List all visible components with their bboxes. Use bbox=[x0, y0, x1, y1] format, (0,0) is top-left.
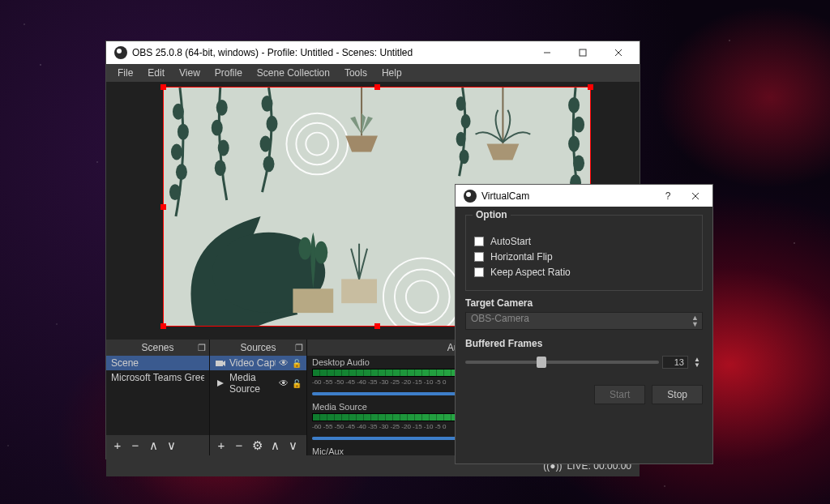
move-down-icon[interactable]: ∨ bbox=[286, 438, 299, 453]
svg-point-22 bbox=[262, 96, 273, 112]
popout-icon[interactable]: ❐ bbox=[295, 343, 303, 353]
svg-point-17 bbox=[169, 184, 181, 200]
remove-icon[interactable]: − bbox=[129, 438, 142, 452]
minimize-button[interactable] bbox=[529, 41, 565, 64]
source-item[interactable]: Media Source 👁 🔓 bbox=[210, 370, 306, 396]
close-button[interactable] bbox=[601, 41, 636, 64]
menu-edit[interactable]: Edit bbox=[141, 66, 171, 80]
obs-titlebar[interactable]: OBS 25.0.8 (64-bit, windows) - Profile: … bbox=[106, 41, 640, 64]
close-button[interactable] bbox=[682, 185, 709, 207]
sources-panel: Sources❐ Video Capture Dev 👁 🔓 Media Sou… bbox=[210, 340, 307, 455]
option-label: Option bbox=[473, 209, 511, 220]
svg-point-20 bbox=[218, 140, 229, 156]
lock-icon[interactable]: 🔓 bbox=[292, 359, 302, 368]
move-down-icon[interactable]: ∨ bbox=[165, 438, 178, 453]
svg-point-15 bbox=[171, 144, 182, 160]
scene-item[interactable]: Microsoft Teams Green Screen bbox=[106, 370, 209, 385]
scenes-panel: Scenes❐ Scene Microsoft Teams Green Scre… bbox=[106, 340, 210, 455]
svg-point-33 bbox=[573, 155, 584, 171]
svg-point-29 bbox=[460, 149, 469, 164]
source-item[interactable]: Video Capture Dev 👁 🔓 bbox=[210, 356, 306, 370]
svg-point-21 bbox=[215, 160, 226, 176]
maximize-button[interactable] bbox=[565, 41, 601, 64]
spinner-icon[interactable]: ▲▼ bbox=[691, 357, 703, 368]
scenes-title: Scenes bbox=[141, 342, 173, 353]
svg-point-13 bbox=[173, 104, 184, 120]
svg-point-30 bbox=[568, 97, 580, 113]
chevron-updown-icon: ▲▼ bbox=[691, 314, 699, 327]
buffered-frames-label: Buffered Frames bbox=[465, 338, 703, 349]
add-icon[interactable]: + bbox=[215, 438, 228, 452]
svg-point-28 bbox=[456, 132, 466, 147]
move-up-icon[interactable]: ∧ bbox=[268, 438, 281, 453]
vcam-title: VirtualCam bbox=[481, 190, 529, 202]
svg-point-14 bbox=[178, 124, 189, 140]
svg-point-16 bbox=[176, 164, 187, 180]
obs-icon bbox=[114, 46, 127, 59]
svg-point-39 bbox=[298, 237, 311, 260]
autostart-checkbox[interactable]: AutoStart bbox=[474, 236, 694, 247]
menu-tools[interactable]: Tools bbox=[338, 66, 374, 80]
svg-point-25 bbox=[263, 156, 275, 172]
svg-point-26 bbox=[456, 96, 466, 111]
obs-title: OBS 25.0.8 (64-bit, windows) - Profile: … bbox=[132, 47, 413, 58]
svg-point-19 bbox=[212, 120, 223, 136]
gear-icon[interactable]: ⚙ bbox=[250, 438, 263, 453]
menu-help[interactable]: Help bbox=[375, 66, 409, 80]
camera-icon bbox=[215, 358, 226, 368]
move-up-icon[interactable]: ∧ bbox=[147, 438, 160, 453]
svg-rect-42 bbox=[216, 361, 223, 366]
svg-rect-41 bbox=[341, 279, 377, 303]
svg-point-31 bbox=[573, 117, 584, 133]
play-icon bbox=[215, 378, 226, 388]
svg-point-24 bbox=[260, 136, 272, 152]
popout-icon[interactable]: ❐ bbox=[198, 343, 206, 353]
menu-file[interactable]: File bbox=[111, 66, 139, 80]
obs-menubar: File Edit View Profile Scene Collection … bbox=[106, 64, 640, 82]
svg-point-23 bbox=[267, 116, 278, 132]
menu-profile[interactable]: Profile bbox=[208, 66, 249, 80]
target-camera-select[interactable]: OBS-Camera ▲▼ bbox=[465, 312, 703, 330]
menu-view[interactable]: View bbox=[173, 66, 207, 80]
virtualcam-dialog: VirtualCam ? Option AutoStart Horizontal… bbox=[455, 184, 713, 464]
svg-point-32 bbox=[568, 136, 580, 152]
start-button[interactable]: Start bbox=[594, 385, 645, 404]
buffered-frames-value[interactable]: 13 bbox=[662, 356, 688, 369]
svg-point-40 bbox=[314, 241, 327, 264]
stop-button[interactable]: Stop bbox=[652, 385, 703, 404]
buffered-frames-slider[interactable] bbox=[465, 361, 659, 364]
lock-icon[interactable]: 🔓 bbox=[292, 379, 302, 388]
svg-point-18 bbox=[216, 100, 228, 116]
obs-icon bbox=[464, 190, 477, 203]
hflip-checkbox[interactable]: Horizontal Flip bbox=[474, 251, 694, 263]
menu-scene-collection[interactable]: Scene Collection bbox=[250, 66, 336, 80]
visibility-icon[interactable]: 👁 bbox=[279, 378, 289, 389]
vcam-titlebar[interactable]: VirtualCam ? bbox=[456, 185, 712, 207]
aspect-checkbox[interactable]: Keep Aspect Ratio bbox=[474, 267, 694, 278]
help-button[interactable]: ? bbox=[654, 185, 682, 207]
scene-item[interactable]: Scene bbox=[106, 356, 209, 370]
visibility-icon[interactable]: 👁 bbox=[279, 357, 289, 369]
svg-rect-1 bbox=[580, 49, 586, 56]
remove-icon[interactable]: − bbox=[233, 438, 246, 452]
add-icon[interactable]: + bbox=[111, 438, 124, 452]
sources-title: Sources bbox=[240, 342, 276, 353]
svg-rect-38 bbox=[293, 288, 333, 313]
option-group: Option AutoStart Horizontal Flip Keep As… bbox=[465, 215, 703, 291]
target-camera-label: Target Camera bbox=[465, 297, 703, 309]
svg-point-27 bbox=[461, 114, 471, 129]
